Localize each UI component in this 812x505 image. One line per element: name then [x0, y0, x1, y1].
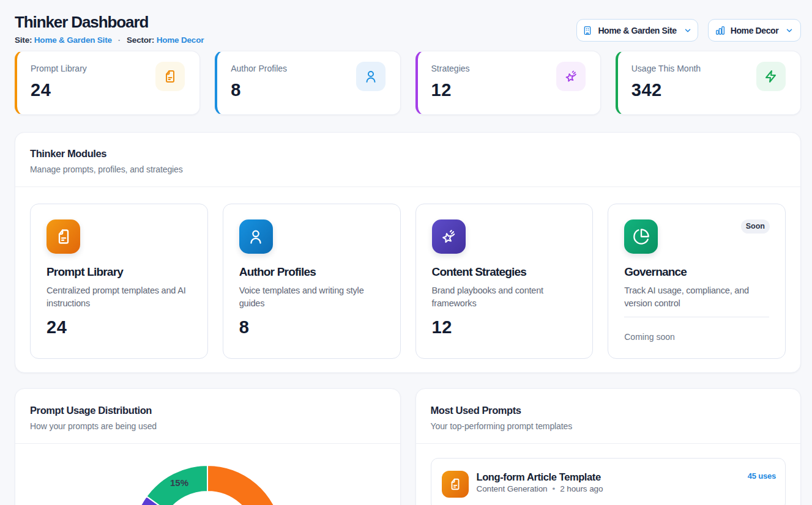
svg-text:15%: 15% — [170, 477, 188, 488]
